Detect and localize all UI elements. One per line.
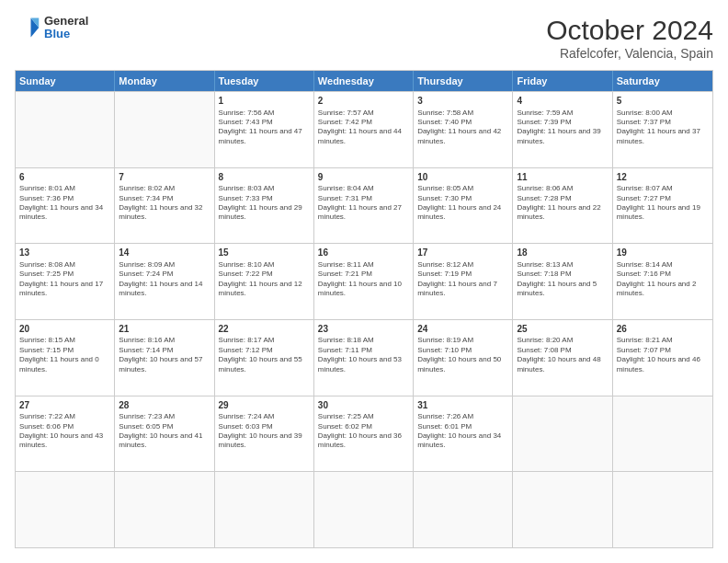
cal-cell-2-2: 15Sunrise: 8:10 AM Sunset: 7:22 PM Dayli… bbox=[215, 244, 314, 319]
day-number: 12 bbox=[617, 171, 709, 184]
cal-cell-1-3: 9Sunrise: 8:04 AM Sunset: 7:31 PM Daylig… bbox=[314, 168, 414, 244]
cal-cell-0-2: 1Sunrise: 7:56 AM Sunset: 7:43 PM Daylig… bbox=[215, 92, 314, 167]
header-day-wednesday: Wednesday bbox=[314, 71, 414, 91]
day-number: 16 bbox=[318, 247, 409, 259]
day-info: Sunrise: 7:59 AM Sunset: 7:39 PM Dayligh… bbox=[517, 109, 608, 147]
day-info: Sunrise: 7:56 AM Sunset: 7:43 PM Dayligh… bbox=[219, 109, 310, 147]
cal-cell-0-1 bbox=[115, 92, 214, 167]
day-number: 9 bbox=[318, 171, 409, 184]
day-number: 3 bbox=[417, 95, 508, 108]
day-number: 8 bbox=[219, 171, 310, 184]
day-number: 19 bbox=[617, 247, 709, 259]
day-number: 30 bbox=[318, 399, 409, 412]
day-info: Sunrise: 8:12 AM Sunset: 7:19 PM Dayligh… bbox=[417, 260, 508, 299]
day-info: Sunrise: 8:04 AM Sunset: 7:31 PM Dayligh… bbox=[318, 184, 409, 223]
day-info: Sunrise: 8:07 AM Sunset: 7:27 PM Dayligh… bbox=[617, 184, 709, 223]
cal-cell-2-3: 16Sunrise: 8:11 AM Sunset: 7:21 PM Dayli… bbox=[314, 244, 414, 319]
day-info: Sunrise: 8:10 AM Sunset: 7:22 PM Dayligh… bbox=[219, 260, 310, 299]
cal-cell-4-4: 31Sunrise: 7:26 AM Sunset: 6:01 PM Dayli… bbox=[414, 396, 513, 472]
logo-general: General bbox=[44, 15, 88, 28]
day-number: 10 bbox=[417, 171, 508, 184]
cal-cell-4-5 bbox=[513, 396, 612, 472]
day-info: Sunrise: 7:25 AM Sunset: 6:02 PM Dayligh… bbox=[318, 412, 409, 451]
calendar: SundayMondayTuesdayWednesdayThursdayFrid… bbox=[15, 70, 713, 548]
day-info: Sunrise: 8:06 AM Sunset: 7:28 PM Dayligh… bbox=[517, 184, 608, 223]
cal-cell-1-4: 10Sunrise: 8:05 AM Sunset: 7:30 PM Dayli… bbox=[414, 168, 513, 244]
day-number: 7 bbox=[119, 171, 210, 184]
cal-cell-2-5: 18Sunrise: 8:13 AM Sunset: 7:18 PM Dayli… bbox=[513, 244, 612, 319]
day-number: 18 bbox=[517, 247, 608, 259]
cal-cell-3-6: 26Sunrise: 8:21 AM Sunset: 7:07 PM Dayli… bbox=[613, 320, 712, 396]
cal-cell-3-5: 25Sunrise: 8:20 AM Sunset: 7:08 PM Dayli… bbox=[513, 320, 612, 396]
month-title: October 2024 bbox=[546, 15, 713, 46]
day-number: 2 bbox=[318, 95, 409, 108]
logo-text: General Blue bbox=[44, 15, 88, 41]
day-number: 20 bbox=[19, 323, 110, 336]
cal-cell-3-1: 21Sunrise: 8:16 AM Sunset: 7:14 PM Dayli… bbox=[115, 320, 214, 396]
cal-cell-2-0: 13Sunrise: 8:08 AM Sunset: 7:25 PM Dayli… bbox=[16, 244, 115, 319]
cal-cell-5-2 bbox=[215, 472, 314, 547]
logo-icon bbox=[15, 15, 40, 40]
cal-cell-1-1: 7Sunrise: 8:02 AM Sunset: 7:34 PM Daylig… bbox=[115, 168, 214, 244]
week-row-0: 1Sunrise: 7:56 AM Sunset: 7:43 PM Daylig… bbox=[16, 91, 712, 167]
cal-cell-1-6: 12Sunrise: 8:07 AM Sunset: 7:27 PM Dayli… bbox=[613, 168, 712, 244]
day-info: Sunrise: 8:14 AM Sunset: 7:16 PM Dayligh… bbox=[617, 260, 709, 299]
day-number: 14 bbox=[119, 247, 210, 259]
cal-cell-2-1: 14Sunrise: 8:09 AM Sunset: 7:24 PM Dayli… bbox=[115, 244, 214, 319]
header-day-monday: Monday bbox=[115, 71, 214, 91]
day-info: Sunrise: 7:57 AM Sunset: 7:42 PM Dayligh… bbox=[318, 109, 409, 147]
week-row-1: 6Sunrise: 8:01 AM Sunset: 7:36 PM Daylig… bbox=[16, 167, 712, 244]
cal-cell-0-3: 2Sunrise: 7:57 AM Sunset: 7:42 PM Daylig… bbox=[314, 92, 414, 167]
day-info: Sunrise: 7:26 AM Sunset: 6:01 PM Dayligh… bbox=[417, 412, 508, 451]
logo: General Blue bbox=[15, 15, 88, 41]
day-info: Sunrise: 8:18 AM Sunset: 7:11 PM Dayligh… bbox=[318, 336, 409, 374]
cal-cell-4-0: 27Sunrise: 7:22 AM Sunset: 6:06 PM Dayli… bbox=[16, 396, 115, 472]
week-row-2: 13Sunrise: 8:08 AM Sunset: 7:25 PM Dayli… bbox=[16, 243, 712, 319]
cal-cell-1-0: 6Sunrise: 8:01 AM Sunset: 7:36 PM Daylig… bbox=[16, 168, 115, 244]
cal-cell-5-5 bbox=[513, 472, 612, 547]
day-number: 1 bbox=[219, 95, 310, 108]
header-day-thursday: Thursday bbox=[414, 71, 513, 91]
header-day-saturday: Saturday bbox=[613, 71, 712, 91]
day-number: 28 bbox=[119, 399, 210, 412]
cal-cell-0-4: 3Sunrise: 7:58 AM Sunset: 7:40 PM Daylig… bbox=[414, 92, 513, 167]
day-info: Sunrise: 8:02 AM Sunset: 7:34 PM Dayligh… bbox=[119, 184, 210, 223]
day-info: Sunrise: 8:21 AM Sunset: 7:07 PM Dayligh… bbox=[617, 336, 709, 374]
cal-cell-3-0: 20Sunrise: 8:15 AM Sunset: 7:15 PM Dayli… bbox=[16, 320, 115, 396]
day-info: Sunrise: 7:24 AM Sunset: 6:03 PM Dayligh… bbox=[219, 412, 310, 451]
location: Rafelcofer, Valencia, Spain bbox=[546, 46, 713, 61]
cal-cell-2-6: 19Sunrise: 8:14 AM Sunset: 7:16 PM Dayli… bbox=[613, 244, 712, 319]
cal-cell-5-4 bbox=[414, 472, 513, 547]
day-info: Sunrise: 7:58 AM Sunset: 7:40 PM Dayligh… bbox=[417, 109, 508, 147]
day-info: Sunrise: 8:05 AM Sunset: 7:30 PM Dayligh… bbox=[417, 184, 508, 223]
cal-cell-4-1: 28Sunrise: 7:23 AM Sunset: 6:05 PM Dayli… bbox=[115, 396, 214, 472]
week-row-3: 20Sunrise: 8:15 AM Sunset: 7:15 PM Dayli… bbox=[16, 319, 712, 396]
cal-cell-0-5: 4Sunrise: 7:59 AM Sunset: 7:39 PM Daylig… bbox=[513, 92, 612, 167]
day-info: Sunrise: 8:13 AM Sunset: 7:18 PM Dayligh… bbox=[517, 260, 608, 299]
page: General Blue October 2024 Rafelcofer, Va… bbox=[0, 0, 728, 563]
day-number: 13 bbox=[19, 247, 110, 259]
day-info: Sunrise: 8:08 AM Sunset: 7:25 PM Dayligh… bbox=[19, 260, 110, 299]
cal-cell-5-1 bbox=[115, 472, 214, 547]
day-number: 27 bbox=[19, 399, 110, 412]
week-row-4: 27Sunrise: 7:22 AM Sunset: 6:06 PM Dayli… bbox=[16, 396, 712, 472]
day-number: 4 bbox=[517, 95, 608, 108]
cal-cell-3-3: 23Sunrise: 8:18 AM Sunset: 7:11 PM Dayli… bbox=[314, 320, 414, 396]
day-number: 6 bbox=[19, 171, 110, 184]
header: General Blue October 2024 Rafelcofer, Va… bbox=[15, 15, 713, 61]
day-number: 29 bbox=[219, 399, 310, 412]
day-number: 21 bbox=[119, 323, 210, 336]
cal-cell-3-2: 22Sunrise: 8:17 AM Sunset: 7:12 PM Dayli… bbox=[215, 320, 314, 396]
day-info: Sunrise: 8:01 AM Sunset: 7:36 PM Dayligh… bbox=[19, 184, 110, 223]
day-info: Sunrise: 8:00 AM Sunset: 7:37 PM Dayligh… bbox=[617, 109, 709, 147]
day-info: Sunrise: 7:23 AM Sunset: 6:05 PM Dayligh… bbox=[119, 412, 210, 451]
day-number: 25 bbox=[517, 323, 608, 336]
cal-cell-4-2: 29Sunrise: 7:24 AM Sunset: 6:03 PM Dayli… bbox=[215, 396, 314, 472]
day-info: Sunrise: 8:15 AM Sunset: 7:15 PM Dayligh… bbox=[19, 336, 110, 374]
cal-cell-0-0 bbox=[16, 92, 115, 167]
calendar-body: 1Sunrise: 7:56 AM Sunset: 7:43 PM Daylig… bbox=[16, 91, 712, 547]
day-info: Sunrise: 8:20 AM Sunset: 7:08 PM Dayligh… bbox=[517, 336, 608, 374]
cal-cell-1-2: 8Sunrise: 8:03 AM Sunset: 7:33 PM Daylig… bbox=[215, 168, 314, 244]
day-info: Sunrise: 8:17 AM Sunset: 7:12 PM Dayligh… bbox=[219, 336, 310, 374]
day-info: Sunrise: 8:09 AM Sunset: 7:24 PM Dayligh… bbox=[119, 260, 210, 299]
